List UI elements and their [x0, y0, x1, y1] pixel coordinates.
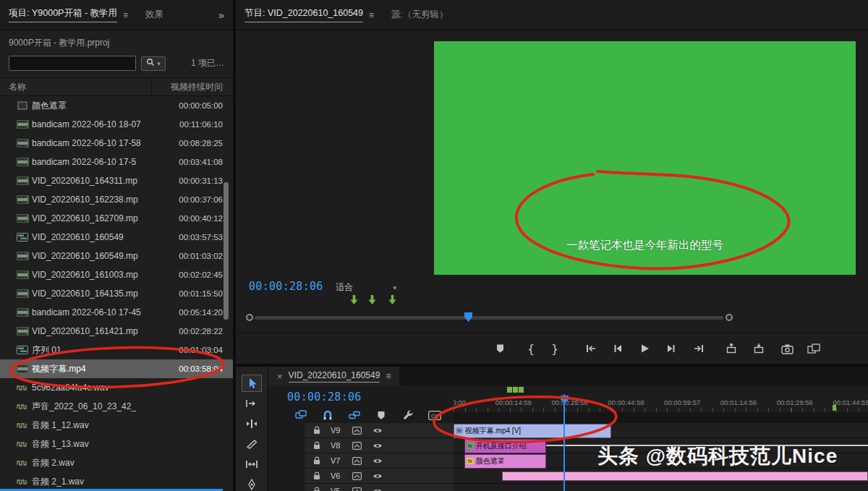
captions-menu-button[interactable]: CC	[427, 407, 443, 423]
sync-lock-icon[interactable]	[352, 457, 373, 465]
scrub-zoom-handle-left[interactable]	[246, 314, 253, 321]
search-button[interactable]: ▾	[141, 56, 166, 71]
project-item-row[interactable]: VID_20220610_164311.mp 00:00:31:13	[0, 171, 233, 190]
timeline-clip[interactable]: fx视频字幕.mp4 [V]	[454, 424, 611, 438]
program-scrub-bar[interactable]	[236, 312, 868, 323]
play-button[interactable]	[635, 339, 654, 358]
track-visibility-icon[interactable]	[373, 427, 390, 434]
project-item-row[interactable]: 颜色遮罩 00:00:05:00	[0, 96, 233, 115]
timeline-timecode[interactable]: 00:00:28:06	[287, 390, 362, 404]
sequence-marker-icon[interactable]	[519, 387, 524, 393]
project-item-row[interactable]: bandicam 2022-06-10 18-07 00:11:06:10	[0, 115, 233, 134]
track-visibility-icon[interactable]	[373, 473, 390, 479]
project-scrollbar[interactable]	[224, 182, 229, 320]
track-select-tool[interactable]	[242, 396, 261, 411]
sync-lock-icon[interactable]	[352, 472, 373, 480]
panel-menu-icon[interactable]: ≡	[386, 371, 391, 381]
track-label[interactable]: V6	[331, 471, 352, 480]
project-item-row[interactable]: VID_20220610_162238.mp 00:00:37:06	[0, 190, 233, 209]
project-item-row[interactable]: bandicam 2022-06-10 17-5 00:03:41:08	[0, 153, 233, 171]
panel-menu-icon[interactable]: ≡	[369, 10, 374, 20]
tab-project[interactable]: 项目: Y9000P开箱 - 教学用 ≡	[9, 7, 128, 22]
go-to-in-button[interactable]	[582, 339, 600, 358]
tab-sequence[interactable]: × VID_20220610_160549 ≡	[268, 367, 399, 385]
sequence-marker-icon[interactable]	[507, 387, 512, 393]
sync-lock-icon[interactable]	[352, 487, 373, 491]
scrub-track[interactable]	[255, 316, 723, 320]
step-forward-button[interactable]	[662, 339, 681, 358]
column-name[interactable]: 名称	[0, 78, 151, 95]
step-back-button[interactable]	[608, 339, 627, 358]
close-icon[interactable]: ×	[277, 371, 283, 382]
project-item-row[interactable]: VID_20220610_161003.mp 00:02:02:45	[0, 265, 233, 284]
go-to-out-button[interactable]	[689, 339, 708, 358]
project-item-row[interactable]: 声音_2022_06_10_23_42_	[0, 397, 233, 416]
scrub-zoom-handle-right[interactable]	[726, 314, 733, 321]
zoom-level-select[interactable]: 适合 ▾	[336, 281, 396, 294]
project-item-row[interactable]: bandicam 2022-06-10 17-45 00:05:14:20	[0, 303, 233, 322]
track-lock-icon[interactable]	[313, 487, 331, 491]
project-item-row[interactable]: VID_20220610_160549 00:03:57:53	[0, 228, 233, 247]
panel-overflow-icon[interactable]: »	[218, 9, 224, 21]
track-lock-icon[interactable]	[313, 471, 331, 480]
project-item-row[interactable]: VID_20220610_161421.mp 00:02:28:22	[0, 322, 233, 341]
add-marker-button[interactable]	[490, 339, 509, 358]
export-frame-button[interactable]	[778, 339, 796, 358]
panel-menu-icon[interactable]: ≡	[123, 10, 128, 20]
razor-tool[interactable]	[242, 436, 261, 452]
project-item-row[interactable]: 序列 01 00:01:03:04	[0, 341, 233, 359]
ripple-edit-tool[interactable]	[242, 416, 261, 432]
track-label[interactable]: V8	[331, 441, 352, 450]
selection-tool[interactable]	[242, 375, 261, 391]
extract-button[interactable]	[749, 339, 768, 358]
tab-effects[interactable]: 效果	[145, 9, 163, 21]
track-lock-icon[interactable]	[313, 456, 331, 465]
timeline-clip[interactable]: fx颜色遮罩	[464, 454, 546, 469]
track-visibility-icon[interactable]	[373, 443, 390, 449]
slip-tool[interactable]	[242, 456, 261, 472]
project-item-row[interactable]: 视频字幕.mp4 00:03:58:04	[0, 359, 233, 378]
timeline-settings-button[interactable]	[400, 407, 416, 423]
project-item-row[interactable]: VID_20220610_162709.mp 00:00:40:12	[0, 209, 233, 228]
timeline-clip-area[interactable]: 00:0000:00:14:5900:00:29:5800:00:44:5800…	[454, 385, 868, 491]
project-item-row[interactable]: 音频 2.wav	[0, 453, 233, 472]
project-item-row[interactable]: 音频 1_13.wav	[0, 435, 233, 453]
marker-icon[interactable]	[367, 294, 377, 308]
track-label[interactable]: V7	[331, 456, 352, 465]
search-input[interactable]	[9, 56, 136, 71]
track-visibility-icon[interactable]	[373, 488, 390, 491]
lift-button[interactable]	[722, 339, 741, 358]
tab-program[interactable]: 节目: VID_20220610_160549 ≡	[244, 7, 374, 22]
mark-out-button[interactable]: }	[545, 339, 564, 358]
timeline-playhead[interactable]	[563, 394, 565, 491]
timeline-track-lane[interactable]	[454, 484, 868, 491]
project-item-row[interactable]: 5c962aa84fa4c.wav	[0, 378, 233, 397]
program-timecode[interactable]: 00:00:28:06	[249, 280, 323, 293]
track-lock-icon[interactable]	[313, 441, 331, 450]
project-item-row[interactable]: VID_20220610_160549.mp 00:01:03:02	[0, 247, 233, 265]
program-playhead[interactable]	[464, 312, 472, 322]
column-duration[interactable]: 视频持续时间	[151, 78, 233, 95]
sequence-marker-icon[interactable]	[513, 387, 518, 393]
timeline-ruler[interactable]: 00:0000:00:14:5900:00:29:5800:00:44:5800…	[454, 394, 868, 413]
project-item-row[interactable]: VID_20220610_164135.mp 00:01:15:50	[0, 284, 233, 303]
project-item-row[interactable]: 音频 1_12.wav	[0, 416, 233, 435]
sync-lock-icon[interactable]	[352, 442, 373, 450]
tab-source[interactable]: 源:（无剪辑）	[391, 9, 448, 21]
comparison-view-button[interactable]	[804, 339, 823, 358]
track-visibility-icon[interactable]	[373, 458, 390, 464]
sequence-marker-icon[interactable]	[833, 405, 836, 411]
marker-icon[interactable]	[388, 294, 397, 308]
nest-toggle-button[interactable]	[293, 407, 309, 423]
timeline-clip[interactable]: fx开机及接口介绍	[464, 439, 546, 453]
snap-toggle-button[interactable]	[320, 407, 336, 423]
track-label[interactable]: V9	[331, 426, 352, 435]
track-lock-icon[interactable]	[313, 426, 331, 435]
timeline-clip[interactable]	[502, 471, 868, 481]
track-label[interactable]: V5	[331, 487, 352, 491]
sync-lock-icon[interactable]	[352, 427, 373, 435]
marker-icon[interactable]	[349, 294, 359, 308]
add-marker-button[interactable]	[373, 407, 389, 423]
mark-in-button[interactable]: {	[522, 339, 540, 358]
program-video-viewer[interactable]: 一款笔记本也是今年新出的型号	[434, 41, 856, 275]
